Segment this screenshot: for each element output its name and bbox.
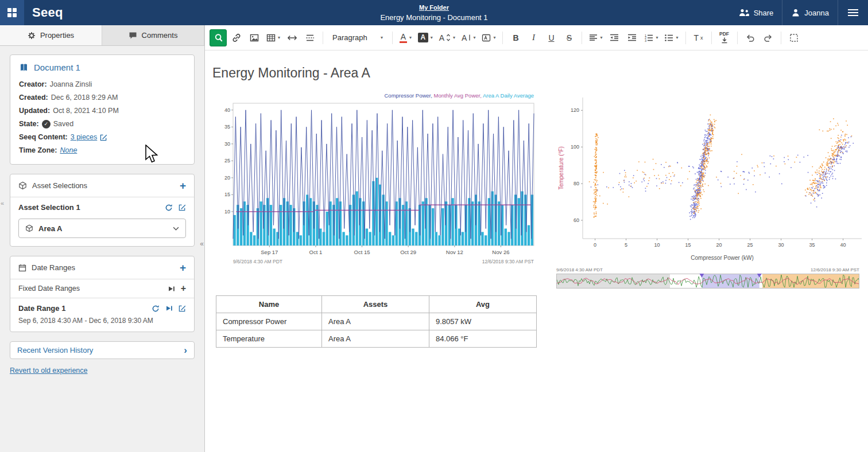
user-icon bbox=[791, 8, 800, 17]
user-menu-button[interactable]: Joanna bbox=[782, 0, 838, 25]
svg-text:Oct 1: Oct 1 bbox=[309, 249, 323, 255]
share-button[interactable]: Share bbox=[730, 0, 782, 25]
asset-cube-icon bbox=[25, 224, 33, 232]
background-color-dropdown[interactable]: A ▾ bbox=[416, 29, 435, 46]
journal-icon bbox=[19, 63, 29, 72]
insert-image-button[interactable] bbox=[246, 29, 262, 46]
underline-button[interactable]: U bbox=[543, 29, 559, 46]
up-down-arrows-icon bbox=[446, 34, 451, 41]
apps-grid-button[interactable] bbox=[0, 0, 24, 25]
ordered-list-dropdown[interactable]: 123 ▾ bbox=[642, 29, 660, 46]
unordered-list-dropdown[interactable]: ▾ bbox=[662, 29, 680, 46]
temperature-scatter-chart[interactable]: 60801001200510152025303540Compressor Pow… bbox=[556, 91, 866, 289]
table-cell: Compressor Power bbox=[216, 313, 322, 330]
page-break-icon bbox=[305, 33, 315, 42]
step-to-now-icon[interactable] bbox=[165, 305, 173, 312]
strip-start-label: 9/6/2018 4:30 AM PDT bbox=[556, 267, 603, 272]
svg-text:15: 15 bbox=[224, 192, 230, 197]
svg-text:3: 3 bbox=[645, 38, 646, 41]
svg-text:100: 100 bbox=[571, 144, 579, 150]
insert-link-button[interactable] bbox=[228, 29, 245, 46]
hamburger-menu-button[interactable] bbox=[838, 0, 868, 25]
summary-table[interactable]: NameAssetsAvg Compressor PowerArea A9.80… bbox=[216, 295, 537, 348]
revert-old-experience-link[interactable]: Revert to old experience bbox=[10, 367, 88, 375]
table-icon bbox=[266, 33, 276, 42]
outdent-icon bbox=[610, 34, 619, 42]
document-name-row[interactable]: Document 1 bbox=[19, 63, 185, 72]
chevron-right-icon: › bbox=[184, 346, 187, 354]
timeline-strip-labels: 9/6/2018 4:30 AM PDT 12/6/2018 9:30 AM P… bbox=[556, 267, 859, 272]
edit-asset-selection-icon[interactable] bbox=[179, 204, 186, 211]
export-pdf-button[interactable]: PDF bbox=[716, 29, 733, 46]
compressor-power-chart[interactable]: 10152025303540Sep 17Oct 1Oct 15Oct 29Nov… bbox=[216, 91, 537, 273]
table-row: TemperatureArea A84.066 °F bbox=[216, 330, 537, 348]
step-to-end-icon[interactable] bbox=[168, 285, 175, 293]
timezone-row: Time Zone: None bbox=[19, 144, 185, 157]
svg-text:Nov 26: Nov 26 bbox=[492, 249, 509, 255]
table-header-row: NameAssetsAvg bbox=[216, 296, 537, 313]
special-characters-dropdown[interactable]: ▾ bbox=[479, 29, 498, 46]
svg-text:60: 60 bbox=[574, 217, 579, 223]
asset-select-dropdown[interactable]: Area A bbox=[18, 219, 186, 238]
undo-button[interactable] bbox=[742, 29, 758, 46]
svg-text:20: 20 bbox=[224, 175, 230, 181]
state-value: Saved bbox=[53, 118, 73, 131]
tab-comments[interactable]: Comments bbox=[102, 25, 204, 45]
document-canvas[interactable]: Energy Monitoring - Area A 1015202530354… bbox=[205, 50, 868, 348]
clear-formatting-button[interactable]: Tx bbox=[691, 29, 707, 46]
fullscreen-button[interactable] bbox=[786, 29, 802, 46]
undo-icon bbox=[746, 33, 755, 42]
recent-version-history-button[interactable]: Recent Version History › bbox=[10, 341, 195, 359]
italic-button[interactable]: I bbox=[525, 29, 541, 46]
tab-properties[interactable]: Properties bbox=[0, 25, 102, 45]
timezone-link[interactable]: None bbox=[60, 144, 77, 157]
edit-date-range-icon[interactable] bbox=[179, 305, 186, 312]
special-character-icon bbox=[482, 34, 491, 42]
asset-selections-title: Asset Selections bbox=[32, 181, 87, 190]
align-left-icon bbox=[589, 34, 598, 42]
date-ranges-header: Date Ranges + bbox=[10, 256, 194, 279]
refresh-icon[interactable] bbox=[152, 305, 160, 313]
svg-text:9/6/2018 4:30 AM PDT: 9/6/2018 4:30 AM PDT bbox=[233, 259, 282, 264]
insert-horizontal-line-button[interactable] bbox=[284, 29, 300, 46]
outdent-button[interactable] bbox=[606, 29, 622, 46]
add-fixed-range-icon[interactable]: + bbox=[181, 284, 186, 293]
strip-end-label: 12/6/2018 9:30 AM PST bbox=[811, 267, 859, 272]
insert-table-dropdown[interactable]: ▾ bbox=[264, 29, 282, 46]
collapse-sidebar-handle[interactable]: « bbox=[200, 240, 204, 248]
strikethrough-button[interactable]: S bbox=[561, 29, 577, 46]
insert-page-break-button[interactable] bbox=[302, 29, 318, 46]
seeq-content-link[interactable]: 3 pieces bbox=[71, 131, 98, 144]
background-color-icon: A bbox=[418, 33, 428, 42]
date-ranges-title: Date Ranges bbox=[32, 263, 75, 272]
left-edge-handle[interactable]: « bbox=[1, 200, 4, 206]
inline-style-dropdown[interactable]: A ▾ bbox=[459, 29, 478, 46]
refresh-icon[interactable] bbox=[165, 204, 173, 212]
date-range-name: Date Range 1 bbox=[18, 304, 65, 313]
redo-button[interactable] bbox=[760, 29, 776, 46]
paragraph-format-dropdown[interactable]: Paragraph ▾ bbox=[328, 29, 388, 46]
svg-text:Sep 17: Sep 17 bbox=[261, 249, 278, 255]
link-icon bbox=[232, 33, 241, 42]
edit-content-icon[interactable] bbox=[100, 134, 107, 141]
scatter-chart-svg: 60801001200510152025303540Compressor Pow… bbox=[556, 91, 866, 264]
insert-seeq-content-button[interactable] bbox=[210, 29, 227, 46]
top-bar: Seeq My Folder Energy Monitoring - Docum… bbox=[0, 0, 868, 25]
font-size-dropdown[interactable]: A ▾ bbox=[437, 29, 458, 46]
indent-button[interactable] bbox=[624, 29, 640, 46]
table-cell: 84.066 °F bbox=[429, 330, 537, 348]
timeline-strip-chart[interactable] bbox=[556, 274, 859, 289]
breadcrumb-my-folder[interactable]: My Folder bbox=[419, 4, 449, 12]
add-date-range-button[interactable]: + bbox=[180, 262, 186, 273]
seeq-logo[interactable]: Seeq bbox=[24, 5, 72, 20]
text-color-dropdown[interactable]: A ▾ bbox=[397, 29, 414, 46]
add-asset-selection-button[interactable]: + bbox=[180, 180, 186, 191]
asset-selection-row: Asset Selection 1 bbox=[10, 197, 194, 216]
bold-button[interactable]: B bbox=[507, 29, 524, 46]
svg-text:25: 25 bbox=[747, 242, 753, 248]
document-properties-card: Document 1 Creator:Joanna Zinsli Created… bbox=[10, 54, 195, 165]
gear-icon bbox=[28, 32, 36, 40]
svg-text:Compressor Power, Monthly Avg: Compressor Power, Monthly Avg Power, Are… bbox=[384, 92, 534, 99]
download-arrow-icon bbox=[721, 37, 728, 44]
align-dropdown[interactable]: ▾ bbox=[587, 29, 604, 46]
